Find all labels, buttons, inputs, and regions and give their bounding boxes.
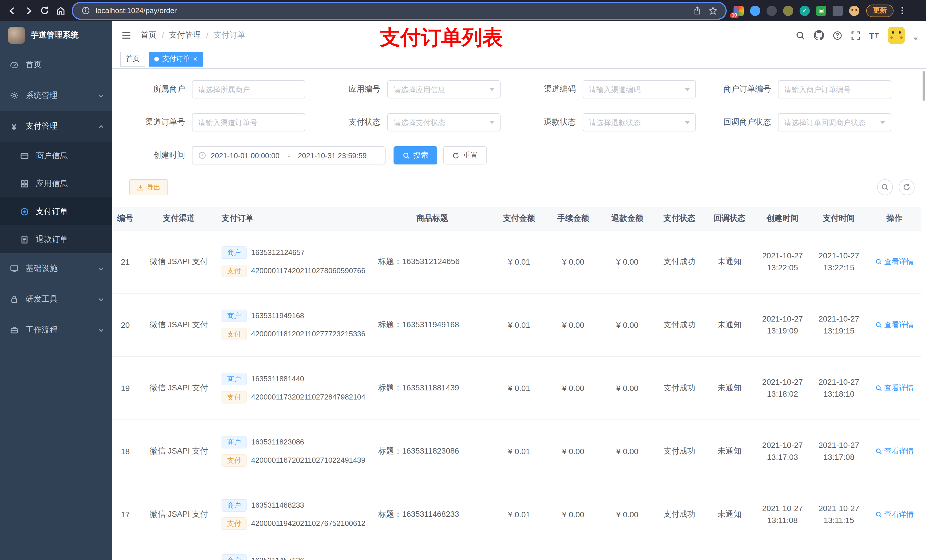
extension-chat-icon[interactable]: ▣	[816, 5, 826, 16]
filter-label: 渠道订单号	[118, 117, 192, 127]
reset-button[interactable]: 重置	[443, 146, 487, 165]
view-detail-link[interactable]: 查看详情	[875, 383, 914, 393]
sidebar-item-devtools[interactable]: 研发工具	[0, 284, 112, 315]
logo-avatar	[8, 27, 25, 44]
star-icon[interactable]	[707, 5, 719, 16]
pay-time-cell: 2021-10-2713:18:10	[810, 356, 867, 420]
merchant-order-no-field[interactable]	[778, 80, 891, 98]
logo[interactable]: 芋道管理系统	[0, 21, 112, 50]
briefcase-icon	[9, 326, 19, 335]
font-size-icon[interactable]: TT	[869, 30, 879, 40]
sidebar-item-pay-order[interactable]: 支付订单	[0, 198, 112, 225]
sidebar-item-workflow[interactable]: 工作流程	[0, 315, 112, 346]
filter-pay-status: 支付状态	[313, 113, 508, 131]
search-icon[interactable]	[796, 30, 805, 40]
tag-home[interactable]: 首页	[120, 51, 145, 66]
date-range-picker[interactable]: 2021-10-01 00:00:00 - 2021-10-31 23:59:5…	[192, 146, 386, 165]
avatar[interactable]	[888, 27, 905, 44]
back-icon[interactable]	[5, 3, 21, 18]
breadcrumb-pay[interactable]: 支付管理	[169, 30, 201, 41]
chevron-down-icon	[98, 266, 104, 272]
search-button-label: 搜索	[413, 150, 428, 160]
sidebar-item-merchant-info[interactable]: 商户信息	[0, 142, 112, 170]
profile-face-icon[interactable]	[849, 5, 859, 16]
view-detail-link[interactable]: 查看详情	[875, 320, 914, 330]
info-icon[interactable]	[80, 5, 91, 16]
share-icon[interactable]	[691, 5, 703, 16]
table-row: 17 微信 JSAPI 支付 商户1635311468233 支付4200001…	[112, 483, 921, 546]
refund-cell: ¥ 0.00	[600, 230, 654, 293]
extension-check-icon[interactable]: ✓	[800, 5, 810, 16]
view-detail-link[interactable]: 查看详情	[875, 509, 914, 519]
kebab-menu-icon[interactable]	[899, 5, 905, 17]
extension-olive-icon[interactable]	[783, 5, 793, 16]
sidebar-item-home[interactable]: 首页	[0, 50, 112, 80]
refresh-icon[interactable]	[899, 179, 915, 195]
question-icon[interactable]	[832, 30, 842, 40]
merchant-select[interactable]	[192, 80, 305, 98]
pay-time-cell: 2021-10-2713:19:15	[810, 293, 867, 356]
refund-status-select[interactable]	[583, 113, 696, 131]
pay-status-input[interactable]	[393, 118, 494, 127]
app-input[interactable]	[393, 85, 494, 94]
notify-status-input[interactable]	[784, 118, 885, 127]
date-end[interactable]: 2021-10-31 23:59:59	[298, 151, 366, 160]
actions-cell: 查看详情	[867, 293, 921, 356]
sidebar: 芋道管理系统 首页 系统管理 ¥ 支付管理	[0, 21, 112, 560]
app-select[interactable]	[387, 80, 501, 98]
pin-icon[interactable]	[832, 5, 843, 16]
reload-icon[interactable]	[36, 3, 52, 18]
create-time-cell: 2021-10-2713:17:03	[755, 420, 810, 483]
channel-order-no-input[interactable]	[198, 118, 299, 127]
channel-code-select[interactable]	[583, 80, 696, 98]
caret-down-icon[interactable]	[914, 37, 918, 40]
hamburger-icon[interactable]	[121, 30, 132, 41]
notify-status-select[interactable]	[778, 113, 891, 131]
toggle-search-icon[interactable]	[877, 179, 893, 195]
fee-cell: ¥ 0.00	[546, 230, 600, 293]
date-start[interactable]: 2021-10-01 00:00:00	[211, 151, 279, 160]
pay-tag: 支付	[221, 264, 247, 277]
filter-channel-code: 渠道编码	[508, 80, 704, 98]
merchant-input[interactable]	[198, 85, 299, 94]
github-icon[interactable]	[814, 30, 824, 41]
sidebar-item-system[interactable]: 系统管理	[0, 80, 112, 111]
document-icon	[20, 235, 29, 244]
channel-order-no-field[interactable]	[192, 113, 305, 131]
column-header-id: 编号	[112, 207, 142, 230]
extension-dark-icon[interactable]	[767, 5, 777, 16]
pay-time-cell: 2021-10-2713:11:15	[810, 483, 867, 546]
order-cell: 商户1635311468233 支付4200001194202110276752…	[216, 483, 372, 546]
url-bar[interactable]: localhost:1024/pay/order	[73, 3, 726, 18]
filter-label: 所属商户	[118, 84, 192, 95]
extension-grid-icon[interactable]: 10	[734, 5, 744, 16]
sidebar-item-app-info[interactable]: 应用信息	[0, 170, 112, 198]
sidebar-item-refund-order[interactable]: 退款订单	[0, 225, 112, 253]
refund-status-input[interactable]	[589, 118, 690, 127]
export-button[interactable]: 导出	[129, 179, 168, 195]
breadcrumb-home[interactable]: 首页	[141, 30, 157, 41]
browser-update-button[interactable]: 更新	[866, 4, 894, 17]
sidebar-item-pay[interactable]: ¥ 支付管理	[0, 111, 112, 142]
channel-code-input[interactable]	[589, 85, 690, 94]
merchant-order-no-input[interactable]	[784, 85, 885, 94]
filter-label: 退款状态	[508, 117, 583, 127]
home-icon[interactable]	[52, 3, 68, 18]
tag-pay-order[interactable]: 支付订单 ×	[149, 51, 203, 66]
pay-status-select[interactable]	[387, 113, 501, 131]
fullscreen-icon[interactable]	[851, 30, 861, 40]
forward-icon[interactable]	[21, 3, 36, 18]
filter-app: 应用编号	[313, 80, 508, 98]
search-button[interactable]: 搜索	[393, 146, 437, 165]
close-icon[interactable]: ×	[193, 55, 197, 63]
page-annotation: 支付订单列表	[380, 24, 503, 52]
create-time-cell: 2021-10-2713:22:05	[755, 230, 810, 293]
breadcrumb-separator: /	[162, 31, 164, 40]
url-text[interactable]: localhost:1024/pay/order	[96, 6, 687, 15]
scrollbar-thumb[interactable]	[923, 71, 925, 101]
channel-cell: 微信 JSAPI 支付	[142, 293, 216, 356]
extension-drop-icon[interactable]	[750, 5, 760, 16]
view-detail-link[interactable]: 查看详情	[875, 257, 914, 267]
view-detail-link[interactable]: 查看详情	[875, 446, 914, 456]
sidebar-item-infra[interactable]: 基础设施	[0, 253, 112, 284]
